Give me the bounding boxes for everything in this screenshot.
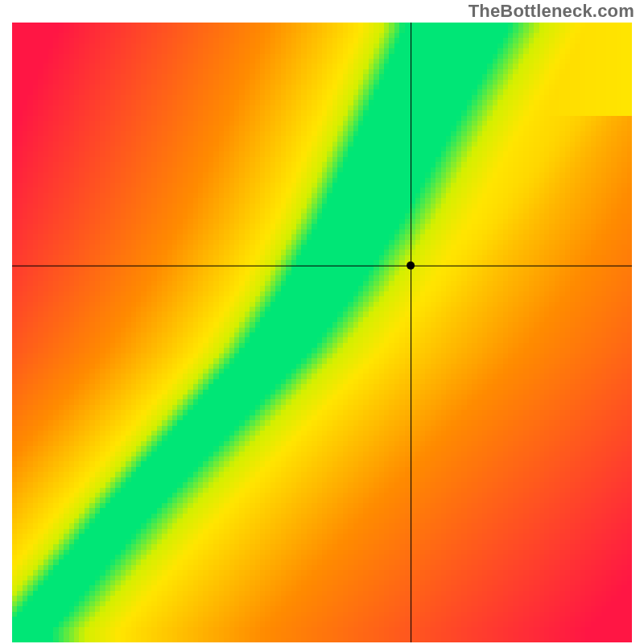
bottleneck-heatmap <box>12 23 632 642</box>
watermark-text: TheBottleneck.com <box>469 1 634 22</box>
